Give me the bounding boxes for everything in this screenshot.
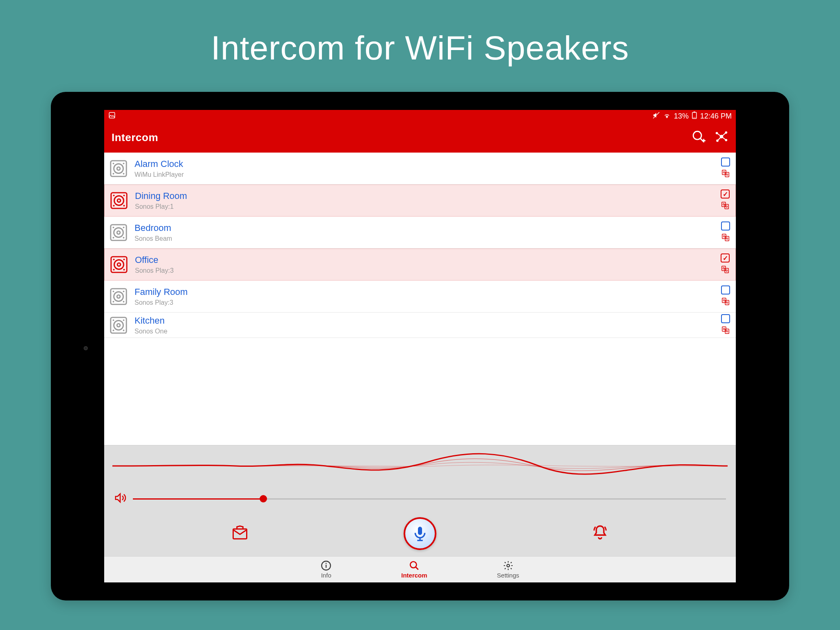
app-header: Intercom bbox=[104, 122, 736, 153]
speaker-model: Sonos Beam bbox=[135, 235, 721, 242]
svg-point-46 bbox=[123, 237, 125, 238]
battery-percent: 13% bbox=[674, 112, 689, 121]
speaker-name: Office bbox=[135, 255, 721, 265]
speaker-icon bbox=[109, 190, 129, 211]
svg-point-89 bbox=[410, 562, 416, 568]
svg-point-72 bbox=[726, 301, 728, 303]
speaker-row[interactable]: Alarm Clock WiMu LinkPlayer bbox=[104, 153, 736, 185]
svg-point-83 bbox=[726, 330, 728, 332]
svg-point-91 bbox=[507, 564, 509, 567]
group-icon[interactable] bbox=[721, 201, 730, 212]
status-bar: 13% 12:46 PM bbox=[104, 110, 736, 122]
svg-point-27 bbox=[724, 171, 725, 173]
speaker-icon bbox=[108, 286, 129, 307]
svg-point-44 bbox=[123, 226, 125, 228]
svg-point-75 bbox=[117, 324, 120, 327]
svg-point-65 bbox=[113, 290, 114, 292]
svg-point-38 bbox=[723, 203, 725, 205]
bottom-nav: Info Intercom Settings bbox=[104, 556, 736, 582]
svg-point-63 bbox=[114, 292, 123, 301]
page-title: Intercom for WiFi Speakers bbox=[211, 29, 629, 67]
speaker-row[interactable]: Kitchen Sonos One bbox=[104, 313, 736, 338]
nav-settings[interactable]: Settings bbox=[497, 560, 519, 579]
svg-point-56 bbox=[113, 269, 115, 271]
speaker-icon bbox=[108, 222, 129, 243]
svg-point-28 bbox=[726, 173, 728, 175]
network-icon[interactable] bbox=[714, 130, 728, 145]
svg-line-15 bbox=[721, 132, 726, 137]
speaker-row[interactable]: Office Sonos Play:3 bbox=[104, 249, 736, 281]
speaker-icon bbox=[108, 158, 129, 179]
speaker-model: WiMu LinkPlayer bbox=[135, 171, 721, 178]
speaker-name: Alarm Clock bbox=[135, 159, 721, 169]
speaker-name: Family Room bbox=[135, 287, 721, 297]
svg-point-78 bbox=[113, 329, 114, 331]
svg-point-33 bbox=[123, 195, 125, 196]
svg-point-34 bbox=[113, 205, 115, 207]
battery-icon bbox=[692, 112, 697, 121]
select-checkbox[interactable] bbox=[721, 189, 730, 199]
svg-point-22 bbox=[123, 162, 125, 164]
waveform-display bbox=[104, 445, 736, 486]
microphone-button[interactable] bbox=[404, 517, 436, 550]
svg-point-52 bbox=[114, 260, 124, 269]
speaker-row[interactable]: Bedroom Sonos Beam bbox=[104, 217, 736, 249]
svg-point-64 bbox=[117, 295, 120, 298]
speaker-model: Sonos One bbox=[135, 328, 721, 335]
camera-dot bbox=[84, 346, 88, 350]
svg-point-67 bbox=[113, 301, 114, 302]
svg-line-14 bbox=[717, 133, 721, 137]
app-title: Intercom bbox=[112, 131, 158, 144]
nav-info[interactable]: Info bbox=[321, 560, 331, 579]
select-checkbox[interactable] bbox=[721, 314, 730, 323]
tablet-frame: 13% 12:46 PM Intercom bbox=[51, 92, 789, 600]
svg-point-74 bbox=[114, 320, 123, 330]
svg-point-60 bbox=[723, 267, 725, 269]
wifi-icon bbox=[663, 112, 671, 121]
svg-point-77 bbox=[123, 319, 125, 321]
svg-point-68 bbox=[123, 301, 125, 302]
group-icon[interactable] bbox=[721, 233, 730, 244]
volume-slider[interactable] bbox=[133, 498, 726, 500]
group-icon[interactable] bbox=[721, 297, 730, 308]
svg-point-71 bbox=[724, 299, 725, 301]
group-icon[interactable] bbox=[721, 326, 730, 336]
select-checkbox[interactable] bbox=[721, 158, 730, 167]
search-add-icon[interactable] bbox=[692, 130, 705, 145]
bottom-panel bbox=[104, 445, 736, 556]
select-checkbox[interactable] bbox=[721, 221, 730, 231]
svg-point-21 bbox=[113, 162, 114, 164]
speaker-name: Dining Room bbox=[135, 191, 721, 201]
group-icon[interactable] bbox=[721, 265, 730, 276]
svg-rect-0 bbox=[109, 112, 115, 118]
svg-point-41 bbox=[114, 228, 123, 237]
svg-point-30 bbox=[114, 196, 124, 205]
nav-info-label: Info bbox=[321, 572, 331, 579]
svg-point-88 bbox=[326, 563, 327, 564]
speaker-list[interactable]: Alarm Clock WiMu LinkPlayer Dining Room … bbox=[104, 153, 736, 445]
message-button[interactable] bbox=[231, 524, 249, 543]
svg-point-23 bbox=[113, 173, 114, 174]
svg-point-55 bbox=[123, 259, 125, 260]
select-checkbox[interactable] bbox=[721, 253, 730, 262]
volume-icon bbox=[114, 492, 126, 506]
speaker-model: Sonos Play:3 bbox=[135, 299, 721, 306]
svg-point-50 bbox=[726, 237, 728, 239]
svg-point-20 bbox=[117, 167, 120, 170]
svg-point-79 bbox=[123, 329, 125, 331]
speaker-icon bbox=[109, 254, 129, 275]
select-checkbox[interactable] bbox=[721, 285, 730, 294]
bell-button[interactable] bbox=[591, 524, 609, 543]
group-icon[interactable] bbox=[721, 169, 730, 180]
svg-line-90 bbox=[415, 567, 418, 570]
nav-settings-label: Settings bbox=[497, 572, 519, 579]
svg-point-43 bbox=[113, 226, 114, 228]
svg-point-49 bbox=[724, 235, 725, 237]
speaker-row[interactable]: Family Room Sonos Play:3 bbox=[104, 281, 736, 313]
speaker-row[interactable]: Dining Room Sonos Play:1 bbox=[104, 185, 736, 217]
svg-point-76 bbox=[113, 319, 114, 321]
svg-point-39 bbox=[726, 206, 728, 208]
status-time: 12:46 PM bbox=[700, 112, 732, 121]
svg-point-24 bbox=[123, 173, 125, 174]
nav-intercom[interactable]: Intercom bbox=[401, 560, 427, 579]
